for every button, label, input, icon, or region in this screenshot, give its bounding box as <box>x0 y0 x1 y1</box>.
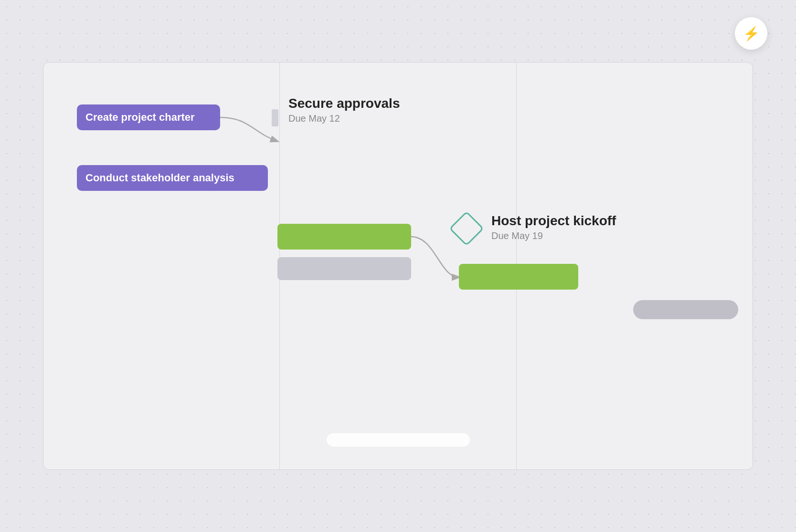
milestone-secure-approvals: Secure approvals Due May 12 <box>275 96 400 124</box>
milestone-host-due: Due May 19 <box>491 230 616 241</box>
milestone-host-diamond <box>449 211 484 246</box>
flash-button[interactable]: ⚡ <box>735 17 767 50</box>
gantt-chart: Create project charter Conduct stakehold… <box>43 62 753 470</box>
task-stakeholder-label: Conduct stakeholder analysis <box>85 172 234 184</box>
milestone-secure-pin <box>272 109 278 126</box>
task-create-charter-label: Create project charter <box>85 111 195 124</box>
milestone-host-kickoff: Host project kickoff Due May 19 <box>454 213 616 241</box>
green-bar-1[interactable] <box>277 224 411 250</box>
gray-bar-1 <box>277 257 411 280</box>
gantt-scrollbar[interactable] <box>327 433 470 447</box>
green-bar-2[interactable] <box>459 264 578 290</box>
milestone-host-title: Host project kickoff <box>491 213 616 229</box>
task-create-charter[interactable]: Create project charter <box>77 104 220 130</box>
milestone-secure-due: Due May 12 <box>288 113 400 124</box>
task-stakeholder-analysis[interactable]: Conduct stakeholder analysis <box>77 165 268 191</box>
flash-icon: ⚡ <box>743 26 760 42</box>
gray-bar-2 <box>633 300 738 319</box>
milestone-host-label: Host project kickoff Due May 19 <box>491 213 616 241</box>
milestone-secure-label: Secure approvals Due May 12 <box>288 96 400 124</box>
milestone-secure-title: Secure approvals <box>288 96 400 111</box>
